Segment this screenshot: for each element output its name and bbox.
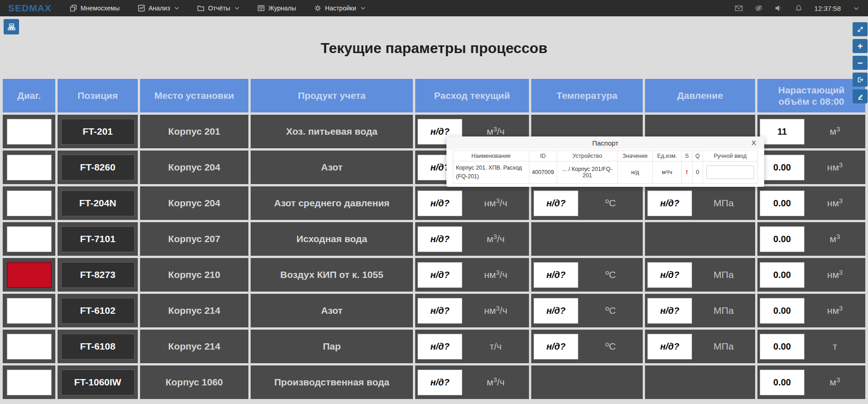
app-logo: SEDMAX [8,3,52,14]
diag-cell [3,330,55,363]
unit-part: нм [484,305,496,316]
value-box[interactable]: н/д? [647,262,692,288]
value-box[interactable]: 0.00 [760,226,805,252]
zoom-out-button[interactable]: − [853,56,868,70]
scheme-tree-button[interactable] [4,19,19,34]
position-label: FT-6108 [80,341,115,352]
unit-part: о [605,304,609,312]
product-cell-label: Производственная вода [274,377,389,388]
unit-part: м [487,234,493,244]
temperature-cell: н/д?оС [531,294,643,327]
position-tag[interactable]: FT-204N [61,190,135,216]
value-label: н/д? [660,306,679,316]
position-tag[interactable]: FT-7101 [61,226,135,252]
product-cell-label: Хоз. питьевая вода [286,126,377,137]
value-box[interactable]: 0.00 [760,262,805,288]
unit-part: т/ч [490,341,501,351]
value-label: н/д? [546,198,565,209]
value-box[interactable]: н/д? [417,298,462,324]
eye-off-button[interactable] [755,5,763,12]
nav-item-reports[interactable]: Отчёты [197,5,239,12]
value-box[interactable]: 0.00 [760,155,805,180]
bell-button[interactable] [795,5,803,12]
value-box[interactable]: н/д? [417,226,462,252]
diag-indicator[interactable] [7,334,52,360]
place-cell-label: Корпус 210 [168,269,220,280]
unit-part: нм [827,305,839,316]
position-tag[interactable]: FT-8273 [61,262,135,288]
unit-label: т/ч [462,341,529,352]
position-tag[interactable]: FT-6108 [61,334,135,360]
value-box[interactable]: н/д? [647,190,692,216]
diag-indicator[interactable] [7,119,52,145]
value-box[interactable]: н/д? [417,334,462,360]
value-label: н/д? [430,377,449,388]
close-icon[interactable]: X [749,138,759,147]
value-label: 0.00 [773,341,791,352]
nav-item-settings[interactable]: Настройки [314,5,365,12]
place-cell-label: Корпус 204 [168,198,220,209]
position-cell: FT-6102 [58,294,138,327]
unit-label: оС [578,198,643,209]
total-volume-cell: 11м3 [757,115,865,148]
bell-icon [795,5,803,12]
value-box[interactable]: н/д? [533,334,578,360]
unit-part: о [605,340,609,348]
nav-item-journals[interactable]: Журналы [257,5,296,12]
value-box[interactable]: н/д? [417,370,462,395]
exit-view-button[interactable] [853,73,868,87]
unit-label: т [805,341,865,352]
nav-item-mnemoschemes[interactable]: Мнемосхемы [70,5,120,12]
value-box[interactable]: н/д? [647,298,692,324]
place-cell: Корпус 214 [140,294,248,327]
value-box[interactable]: 0.00 [760,334,805,360]
diag-indicator[interactable] [7,226,52,252]
place-cell-label: Корпус 214 [168,341,220,352]
value-box[interactable]: н/д? [417,262,462,288]
eye-off-icon [755,5,763,12]
diag-indicator[interactable] [7,155,52,180]
mail-button[interactable] [735,5,743,12]
value-box[interactable]: н/д? [647,334,692,360]
edit-button[interactable] [853,89,868,103]
mail-icon [735,5,743,12]
sound-muted-button[interactable] [775,5,783,12]
unit-label: м3/ч [462,234,529,244]
value-label: 0.00 [773,377,791,388]
position-tag[interactable]: FT-6102 [61,298,135,324]
unit-part: МПа [713,269,733,280]
value-box[interactable]: н/д? [533,262,578,288]
diag-indicator[interactable] [7,298,52,324]
value-box[interactable]: н/д? [533,190,578,216]
pressure-cell [645,222,755,256]
value-box[interactable]: н/д? [533,298,578,324]
position-tag[interactable]: FT-201 [61,119,135,145]
fullscreen-button[interactable] [853,22,868,36]
zoom-in-button[interactable]: + [853,39,868,53]
journals-icon [257,5,265,12]
position-tag[interactable]: FT-8260 [61,155,135,180]
value-box[interactable]: н/д? [417,190,462,216]
chevron-down-icon [235,7,239,10]
unit-part: С [609,269,616,280]
value-label: 0.00 [773,198,791,209]
analysis-icon [138,5,145,12]
diag-indicator[interactable] [7,370,52,395]
unit-part: нм [827,269,839,280]
value-box[interactable]: 0.00 [760,370,805,395]
exit-view-icon [857,76,864,83]
position-tag[interactable]: FT-1060IW [61,370,135,395]
value-box[interactable]: 0.00 [760,298,805,324]
value-box[interactable]: 11 [760,119,805,145]
user-menu-button[interactable] [853,7,859,10]
value-box[interactable]: 0.00 [760,190,805,216]
unit-part: нм [827,198,839,208]
nav-item-analysis[interactable]: Анализ [138,5,179,12]
value-label: н/д? [430,234,449,244]
passport-col-q: Q [692,151,703,161]
column-header-6: Давление [645,79,755,112]
value-label: 0.00 [773,270,791,280]
diag-indicator[interactable] [7,262,52,288]
manual-input-field[interactable] [706,165,754,179]
diag-indicator[interactable] [7,190,52,216]
